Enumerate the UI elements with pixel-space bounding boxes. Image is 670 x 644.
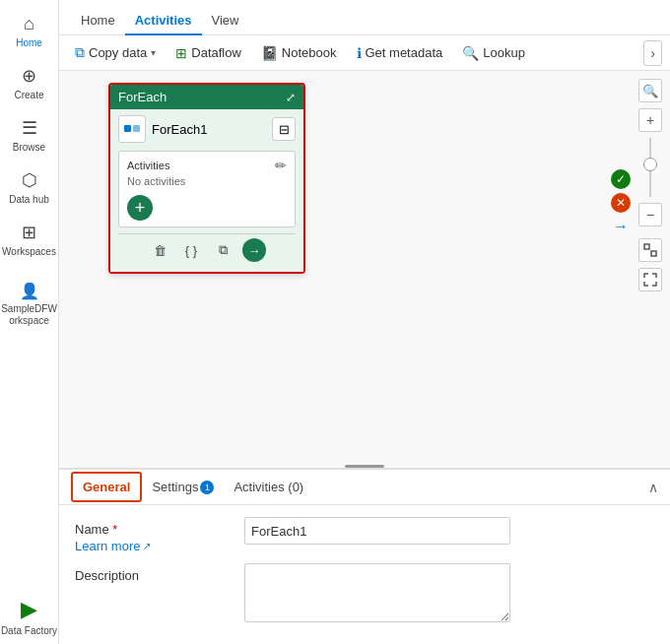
zoom-in-button[interactable]: +	[638, 108, 662, 132]
zoom-slider-track	[649, 138, 651, 197]
lookup-button[interactable]: 🔍 Lookup	[454, 41, 533, 65]
tab-home[interactable]: Home	[71, 7, 125, 35]
error-indicator: ✕	[611, 193, 631, 213]
canvas-search-button[interactable]: 🔍	[638, 79, 662, 102]
foreach-actions: 🗑 { } ⧉ →	[118, 233, 296, 266]
notebook-label: Notebook	[282, 45, 337, 60]
datafactory-icon: ▶	[21, 597, 37, 622]
run-button[interactable]: →	[242, 238, 266, 262]
tab-activities[interactable]: Activities	[125, 7, 202, 35]
notebook-button[interactable]: 📓 Notebook	[253, 41, 345, 65]
foreach-title: ForEach	[118, 90, 167, 104]
get-metadata-button[interactable]: ℹ Get metadata	[349, 41, 451, 65]
bottom-panel-tabs: General Settings1 Activities (0) ∧	[59, 470, 670, 505]
sampledfw-icon: 👤	[20, 282, 39, 300]
description-label: Description	[75, 563, 233, 583]
forward-indicator: →	[611, 217, 631, 236]
copy-data-label: Copy data	[89, 45, 147, 60]
main-content: Home Activities View ⧉ Copy data ▾ ⊞ Dat…	[59, 0, 670, 644]
sidebar-item-browse[interactable]: ☰ Browse	[4, 111, 55, 160]
foreach-title-row: ForEach1 ⊟	[118, 115, 296, 143]
name-row: Name * Learn more ↗	[75, 517, 654, 553]
get-metadata-label: Get metadata	[366, 45, 443, 60]
sidebar-item-home-label: Home	[16, 37, 42, 49]
foreach-node[interactable]: ForEach ⤢ ForEach1 ⊟	[108, 83, 305, 274]
svg-rect-2	[644, 244, 649, 249]
datahub-icon: ⬡	[22, 169, 37, 191]
fit-screen-button[interactable]	[638, 238, 662, 262]
sidebar-item-create-label: Create	[14, 90, 43, 101]
get-metadata-icon: ℹ	[357, 45, 362, 61]
top-nav: Home Activities View	[59, 0, 670, 35]
name-label: Name * Learn more ↗	[75, 517, 233, 553]
lookup-label: Lookup	[483, 45, 525, 60]
dataflow-icon: ⊞	[175, 45, 187, 61]
copy-data-chevron: ▾	[151, 47, 156, 58]
notebook-icon: 📓	[261, 45, 278, 61]
browse-icon: ☰	[22, 117, 37, 139]
more-button[interactable]: ›	[643, 40, 662, 66]
activities-area: Activities ✏ No activities +	[118, 151, 296, 227]
settings-badge: 1	[200, 481, 214, 494]
name-input[interactable]	[244, 517, 510, 545]
collapse-icon[interactable]: ⊟	[272, 117, 296, 141]
description-input[interactable]	[244, 563, 510, 622]
foreach-instance-icon	[118, 115, 146, 143]
copy-button[interactable]: ⧉	[211, 238, 234, 262]
sidebar-item-home[interactable]: ⌂ Home	[4, 8, 55, 55]
name-required-indicator: *	[112, 522, 117, 537]
foreach-body: ForEach1 ⊟ Activities ✏ No activities + …	[110, 109, 303, 272]
description-row: Description	[75, 563, 654, 622]
canvas-area[interactable]: ForEach ⤢ ForEach1 ⊟	[59, 71, 670, 468]
tab-view[interactable]: View	[202, 7, 249, 35]
svg-rect-1	[133, 125, 140, 132]
sidebar-bottom-datafactory[interactable]: ▶ Data Factory	[1, 597, 57, 636]
right-indicators: ✓ ✕ →	[611, 169, 631, 236]
bottom-panel-content: Name * Learn more ↗ Description	[59, 505, 670, 644]
sidebar-item-workspaces-label: Workspaces	[2, 246, 56, 258]
svg-rect-0	[124, 125, 131, 132]
zoom-out-button[interactable]: −	[638, 203, 662, 226]
toolbar: ⧉ Copy data ▾ ⊞ Dataflow 📓 Notebook ℹ Ge…	[59, 35, 670, 71]
tab-general[interactable]: General	[71, 472, 142, 502]
bottom-panel: General Settings1 Activities (0) ∧ Name …	[59, 468, 670, 644]
tab-activities-panel[interactable]: Activities (0)	[224, 474, 313, 500]
panel-collapse-button[interactable]: ∧	[648, 480, 658, 495]
dataflow-label: Dataflow	[191, 45, 241, 60]
sidebar: ⌂ Home ⊕ Create ☰ Browse ⬡ Data hub ⊞ Wo…	[0, 0, 59, 644]
expand-icon[interactable]: ⤢	[286, 91, 296, 104]
sidebar-bottom-label: Data Factory	[1, 625, 57, 636]
sidebar-item-datahub[interactable]: ⬡ Data hub	[4, 163, 55, 212]
dataflow-button[interactable]: ⊞ Dataflow	[168, 41, 249, 65]
activities-area-label: Activities	[127, 160, 169, 171]
sidebar-item-datahub-label: Data hub	[9, 194, 49, 206]
success-indicator: ✓	[611, 169, 631, 189]
foreach-header: ForEach ⤢	[110, 85, 303, 109]
copy-data-button[interactable]: ⧉ Copy data ▾	[67, 40, 164, 65]
foreach-instance-name: ForEach1	[152, 122, 207, 137]
learn-more-link[interactable]: Learn more ↗	[75, 539, 151, 553]
tab-settings[interactable]: Settings1	[142, 474, 224, 501]
sidebar-item-create[interactable]: ⊕ Create	[4, 59, 55, 107]
delete-button[interactable]: 🗑	[148, 238, 171, 262]
svg-rect-3	[651, 251, 656, 256]
lookup-icon: 🔍	[462, 45, 479, 61]
sidebar-item-browse-label: Browse	[13, 142, 45, 154]
external-link-icon: ↗	[143, 541, 151, 551]
zoom-controls: 🔍 + −	[638, 79, 662, 291]
expand-canvas-button[interactable]	[638, 268, 662, 291]
copy-data-icon: ⧉	[75, 44, 85, 61]
home-icon: ⌂	[24, 14, 34, 34]
canvas-drag-handle[interactable]	[345, 465, 384, 468]
edit-activities-icon[interactable]: ✏	[275, 158, 287, 173]
activities-area-header: Activities ✏	[127, 158, 287, 173]
code-button[interactable]: { }	[179, 238, 203, 262]
sidebar-item-sampledfw-label: SampleDFW orkspace	[1, 303, 57, 327]
sidebar-item-workspaces[interactable]: ⊞ Workspaces	[4, 216, 55, 264]
workspaces-icon: ⊞	[22, 222, 36, 243]
add-activity-button[interactable]: +	[127, 195, 153, 221]
no-activities-text: No activities	[127, 175, 287, 187]
zoom-slider-thumb[interactable]	[643, 158, 657, 171]
sidebar-item-sampledfw[interactable]: 👤 SampleDFW orkspace	[4, 276, 55, 333]
foreach-header-icons: ⤢	[286, 91, 296, 104]
